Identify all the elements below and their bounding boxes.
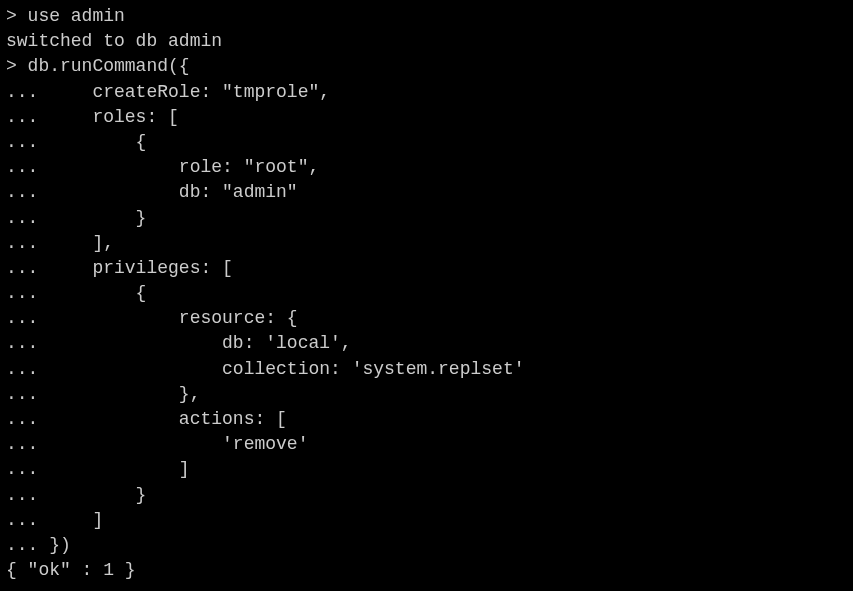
- terminal-line: ... }: [6, 483, 847, 508]
- terminal-line: ... roles: [: [6, 105, 847, 130]
- terminal-line: ... {: [6, 130, 847, 155]
- terminal-line: { "ok" : 1 }: [6, 558, 847, 583]
- terminal-line: ... db: 'local',: [6, 331, 847, 356]
- terminal-line: ... resource: {: [6, 306, 847, 331]
- terminal-line: switched to db admin: [6, 29, 847, 54]
- terminal-line: ... role: "root",: [6, 155, 847, 180]
- terminal-line: ... createRole: "tmprole",: [6, 80, 847, 105]
- terminal-line: > db.runCommand({: [6, 54, 847, 79]
- terminal-line: ... ],: [6, 231, 847, 256]
- terminal-line: ... 'remove': [6, 432, 847, 457]
- terminal-line: ... db: "admin": [6, 180, 847, 205]
- terminal-line: ... ]: [6, 457, 847, 482]
- terminal-line: ... ]: [6, 508, 847, 533]
- terminal-line: ... actions: [: [6, 407, 847, 432]
- terminal-line: ... }): [6, 533, 847, 558]
- terminal-output[interactable]: > use adminswitched to db admin> db.runC…: [6, 4, 847, 583]
- terminal-line: ... collection: 'system.replset': [6, 357, 847, 382]
- terminal-line: ... },: [6, 382, 847, 407]
- terminal-line: ... {: [6, 281, 847, 306]
- terminal-line: ... privileges: [: [6, 256, 847, 281]
- terminal-line: > use admin: [6, 4, 847, 29]
- terminal-line: ... }: [6, 206, 847, 231]
